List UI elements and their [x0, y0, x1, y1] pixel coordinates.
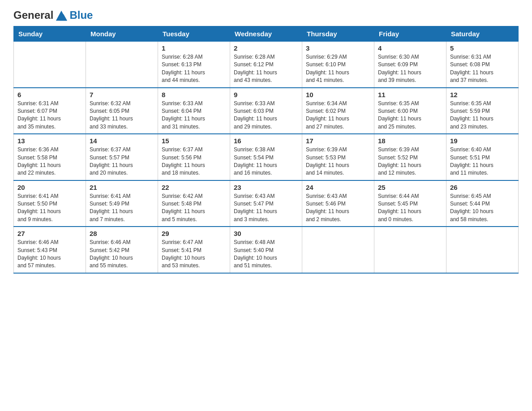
- day-info: Sunrise: 6:39 AM Sunset: 5:52 PM Dayligh…: [378, 146, 442, 177]
- column-header-saturday: Saturday: [446, 26, 519, 42]
- day-info: Sunrise: 6:33 AM Sunset: 6:03 PM Dayligh…: [234, 100, 298, 131]
- calendar-cell: 4Sunrise: 6:30 AM Sunset: 6:09 PM Daylig…: [374, 42, 446, 88]
- day-info: Sunrise: 6:32 AM Sunset: 6:05 PM Dayligh…: [90, 100, 154, 131]
- calendar-cell: 21Sunrise: 6:41 AM Sunset: 5:49 PM Dayli…: [86, 180, 158, 227]
- day-number: 21: [90, 184, 154, 191]
- day-number: 24: [306, 184, 370, 191]
- calendar-cell: 14Sunrise: 6:37 AM Sunset: 5:57 PM Dayli…: [86, 134, 158, 180]
- logo-blue-text: Blue: [69, 9, 93, 21]
- day-number: 30: [234, 230, 298, 237]
- calendar-cell: 29Sunrise: 6:47 AM Sunset: 5:41 PM Dayli…: [158, 227, 230, 273]
- day-number: 18: [378, 137, 442, 145]
- calendar-cell: 27Sunrise: 6:46 AM Sunset: 5:43 PM Dayli…: [14, 227, 86, 273]
- calendar-week-row: 20Sunrise: 6:41 AM Sunset: 5:50 PM Dayli…: [14, 180, 519, 227]
- day-info: Sunrise: 6:28 AM Sunset: 6:12 PM Dayligh…: [234, 53, 298, 85]
- day-number: 25: [378, 184, 442, 191]
- logo-general-text: General: [13, 9, 53, 21]
- day-number: 2: [234, 44, 298, 52]
- calendar-table: SundayMondayTuesdayWednesdayThursdayFrid…: [13, 26, 519, 274]
- calendar-cell: 5Sunrise: 6:31 AM Sunset: 6:08 PM Daylig…: [446, 42, 519, 88]
- calendar-week-row: 13Sunrise: 6:36 AM Sunset: 5:58 PM Dayli…: [14, 134, 519, 180]
- column-header-friday: Friday: [374, 26, 446, 42]
- day-info: Sunrise: 6:31 AM Sunset: 6:07 PM Dayligh…: [17, 100, 82, 131]
- day-info: Sunrise: 6:40 AM Sunset: 5:51 PM Dayligh…: [450, 146, 515, 177]
- day-info: Sunrise: 6:37 AM Sunset: 5:56 PM Dayligh…: [162, 146, 226, 177]
- calendar-cell: 1Sunrise: 6:28 AM Sunset: 6:13 PM Daylig…: [158, 42, 230, 88]
- column-header-tuesday: Tuesday: [158, 26, 230, 42]
- column-header-thursday: Thursday: [302, 26, 374, 42]
- day-number: 5: [450, 44, 515, 52]
- day-number: 22: [162, 184, 226, 191]
- day-info: Sunrise: 6:30 AM Sunset: 6:09 PM Dayligh…: [378, 53, 442, 85]
- calendar-week-row: 6Sunrise: 6:31 AM Sunset: 6:07 PM Daylig…: [14, 88, 519, 134]
- day-info: Sunrise: 6:36 AM Sunset: 5:58 PM Dayligh…: [17, 146, 82, 177]
- calendar-cell: [374, 227, 446, 273]
- day-number: 23: [234, 184, 298, 191]
- calendar-cell: [446, 227, 519, 273]
- day-info: Sunrise: 6:35 AM Sunset: 6:00 PM Dayligh…: [378, 100, 442, 131]
- day-info: Sunrise: 6:43 AM Sunset: 5:47 PM Dayligh…: [234, 193, 298, 224]
- day-info: Sunrise: 6:46 AM Sunset: 5:42 PM Dayligh…: [90, 239, 154, 270]
- day-info: Sunrise: 6:46 AM Sunset: 5:43 PM Dayligh…: [17, 239, 82, 270]
- day-number: 28: [90, 230, 154, 237]
- day-info: Sunrise: 6:44 AM Sunset: 5:45 PM Dayligh…: [378, 193, 442, 224]
- day-number: 13: [17, 137, 82, 145]
- day-info: Sunrise: 6:34 AM Sunset: 6:02 PM Dayligh…: [306, 100, 370, 131]
- day-number: 9: [234, 91, 298, 98]
- day-info: Sunrise: 6:33 AM Sunset: 6:04 PM Dayligh…: [162, 100, 226, 131]
- calendar-cell: 22Sunrise: 6:42 AM Sunset: 5:48 PM Dayli…: [158, 180, 230, 227]
- day-number: 19: [450, 137, 515, 145]
- calendar-cell: 10Sunrise: 6:34 AM Sunset: 6:02 PM Dayli…: [302, 88, 374, 134]
- calendar-cell: 25Sunrise: 6:44 AM Sunset: 5:45 PM Dayli…: [374, 180, 446, 227]
- calendar-cell: [14, 42, 86, 88]
- day-number: 15: [162, 137, 226, 145]
- day-number: 3: [306, 44, 370, 52]
- column-header-wednesday: Wednesday: [230, 26, 302, 42]
- calendar-cell: 19Sunrise: 6:40 AM Sunset: 5:51 PM Dayli…: [446, 134, 519, 180]
- calendar-cell: [86, 42, 158, 88]
- day-number: 10: [306, 91, 370, 98]
- day-info: Sunrise: 6:43 AM Sunset: 5:46 PM Dayligh…: [306, 193, 370, 224]
- day-number: 1: [162, 44, 226, 52]
- calendar-cell: 7Sunrise: 6:32 AM Sunset: 6:05 PM Daylig…: [86, 88, 158, 134]
- day-number: 6: [17, 91, 82, 98]
- day-info: Sunrise: 6:31 AM Sunset: 6:08 PM Dayligh…: [450, 53, 515, 85]
- calendar-cell: 26Sunrise: 6:45 AM Sunset: 5:44 PM Dayli…: [446, 180, 519, 227]
- calendar-cell: 3Sunrise: 6:29 AM Sunset: 6:10 PM Daylig…: [302, 42, 374, 88]
- day-info: Sunrise: 6:47 AM Sunset: 5:41 PM Dayligh…: [162, 239, 226, 270]
- day-number: 12: [450, 91, 515, 98]
- day-number: 26: [450, 184, 515, 191]
- day-info: Sunrise: 6:41 AM Sunset: 5:49 PM Dayligh…: [90, 193, 154, 224]
- calendar-cell: 17Sunrise: 6:39 AM Sunset: 5:53 PM Dayli…: [302, 134, 374, 180]
- day-info: Sunrise: 6:35 AM Sunset: 5:59 PM Dayligh…: [450, 100, 515, 131]
- day-number: 27: [17, 230, 82, 237]
- calendar-cell: 15Sunrise: 6:37 AM Sunset: 5:56 PM Dayli…: [158, 134, 230, 180]
- day-number: 4: [378, 44, 442, 52]
- day-info: Sunrise: 6:38 AM Sunset: 5:54 PM Dayligh…: [234, 146, 298, 177]
- calendar-cell: 12Sunrise: 6:35 AM Sunset: 5:59 PM Dayli…: [446, 88, 519, 134]
- calendar-cell: 23Sunrise: 6:43 AM Sunset: 5:47 PM Dayli…: [230, 180, 302, 227]
- day-info: Sunrise: 6:41 AM Sunset: 5:50 PM Dayligh…: [17, 193, 82, 224]
- calendar-cell: 13Sunrise: 6:36 AM Sunset: 5:58 PM Dayli…: [14, 134, 86, 180]
- calendar-cell: 6Sunrise: 6:31 AM Sunset: 6:07 PM Daylig…: [14, 88, 86, 134]
- calendar-cell: 28Sunrise: 6:46 AM Sunset: 5:42 PM Dayli…: [86, 227, 158, 273]
- day-number: 29: [162, 230, 226, 237]
- day-number: 17: [306, 137, 370, 145]
- day-number: 7: [90, 91, 154, 98]
- calendar-cell: 8Sunrise: 6:33 AM Sunset: 6:04 PM Daylig…: [158, 88, 230, 134]
- calendar-cell: 11Sunrise: 6:35 AM Sunset: 6:00 PM Dayli…: [374, 88, 446, 134]
- day-number: 14: [90, 137, 154, 145]
- calendar-cell: 2Sunrise: 6:28 AM Sunset: 6:12 PM Daylig…: [230, 42, 302, 88]
- day-info: Sunrise: 6:37 AM Sunset: 5:57 PM Dayligh…: [90, 146, 154, 177]
- calendar-cell: 20Sunrise: 6:41 AM Sunset: 5:50 PM Dayli…: [14, 180, 86, 227]
- day-info: Sunrise: 6:39 AM Sunset: 5:53 PM Dayligh…: [306, 146, 370, 177]
- calendar-week-row: 27Sunrise: 6:46 AM Sunset: 5:43 PM Dayli…: [14, 227, 519, 273]
- day-number: 11: [378, 91, 442, 98]
- column-header-monday: Monday: [86, 26, 158, 42]
- day-info: Sunrise: 6:28 AM Sunset: 6:13 PM Dayligh…: [162, 53, 226, 85]
- column-header-sunday: Sunday: [14, 26, 86, 42]
- day-info: Sunrise: 6:42 AM Sunset: 5:48 PM Dayligh…: [162, 193, 226, 224]
- logo-icon: [55, 9, 68, 21]
- day-info: Sunrise: 6:45 AM Sunset: 5:44 PM Dayligh…: [450, 193, 515, 224]
- day-info: Sunrise: 6:29 AM Sunset: 6:10 PM Dayligh…: [306, 53, 370, 85]
